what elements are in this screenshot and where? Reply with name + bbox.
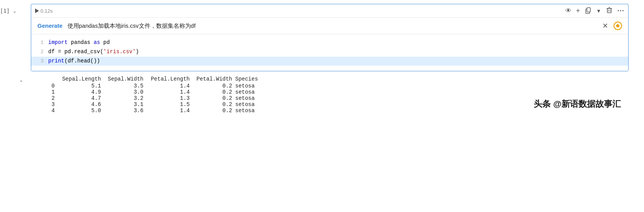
- line-num-1: 1: [37, 39, 48, 47]
- circle-inner: [616, 24, 619, 27]
- table-row: 0 5.1 3.5 1.4 0.2 setosa: [35, 83, 266, 89]
- cell-box: 0.12s 👁 + ▼: [31, 4, 629, 71]
- close-button[interactable]: ✕: [602, 22, 608, 30]
- output-area: ⌄ Sepal.Length Sepal.Width Petal.Length …: [0, 72, 644, 118]
- cell-idx: 0: [35, 83, 58, 89]
- token-paren-close: ): [136, 49, 139, 55]
- cell-toolbar: 0.12s 👁 + ▼: [31, 4, 628, 18]
- code-line-2: 2 df = pd.read_csv('iris.csv'): [37, 47, 622, 57]
- code-content-1: import pandas as pd: [48, 38, 622, 47]
- cell-pw: 0.2: [193, 89, 235, 95]
- status-circle-icon[interactable]: [614, 22, 622, 30]
- eye-icon[interactable]: 👁: [565, 7, 572, 14]
- cell-sw: 3.1: [104, 101, 147, 108]
- token-df-assign: df = pd.read_csv(: [48, 49, 103, 55]
- code-area[interactable]: 1 import pandas as pd 2 df = pd.read_csv…: [31, 34, 628, 71]
- cell-pw: 0.2: [193, 95, 235, 101]
- cell-sw: 3.6: [104, 108, 147, 114]
- cell-pw: 0.2: [193, 101, 235, 108]
- cell-gutter: [1] ⌄: [0, 4, 31, 14]
- col-header-sp: Species: [235, 76, 266, 82]
- svg-rect-1: [587, 8, 590, 12]
- token-string: 'iris.csv': [103, 49, 136, 55]
- cell-sl: 5.0: [58, 108, 104, 114]
- trash-icon[interactable]: [606, 7, 613, 15]
- generate-text: 使用pandas加载本地iris.csv文件，数据集名称为df: [67, 22, 196, 29]
- col-header-pw: Petal.Width: [193, 76, 235, 82]
- cell-sp: setosa: [235, 83, 266, 89]
- cell-collapse-icon[interactable]: ⌄: [13, 8, 17, 14]
- copy-icon[interactable]: [585, 7, 592, 15]
- cell-pl: 1.4: [147, 89, 193, 95]
- code-line-1: 1 import pandas as pd: [37, 38, 622, 47]
- generate-row: Generate 使用pandas加载本地iris.csv文件，数据集名称为df…: [31, 18, 628, 34]
- cell-idx: 4: [35, 108, 58, 114]
- play-icon: [35, 8, 39, 13]
- cell-sl: 5.1: [58, 83, 104, 89]
- cell-sl: 4.9: [58, 89, 104, 95]
- table-row: 3 4.6 3.1 1.5 0.2 setosa: [35, 101, 266, 108]
- cell-sw: 3.0: [104, 89, 147, 95]
- watermark: 头条 @新语数据故事汇: [534, 98, 621, 110]
- col-header-sl: Sepal.Length: [58, 76, 104, 82]
- output-collapse-icon[interactable]: ⌄: [19, 77, 23, 83]
- cell-pl: 1.5: [147, 101, 193, 108]
- cell-pl: 1.3: [147, 95, 193, 101]
- token-as: as: [94, 39, 100, 45]
- cell-sp: setosa: [235, 95, 266, 101]
- cell-toolbar-right: 👁 + ▼: [565, 7, 624, 15]
- output-table-header: Sepal.Length Sepal.Width Petal.Length Pe…: [35, 76, 266, 83]
- cell-row: [1] ⌄ 0.12s 👁 +: [0, 4, 644, 71]
- svg-rect-2: [607, 8, 611, 13]
- cell-idx: 2: [35, 95, 58, 101]
- output-gutter: ⌄: [0, 76, 31, 83]
- cell-sp: setosa: [235, 108, 266, 114]
- cell-sl: 4.7: [58, 95, 104, 101]
- generate-label: Generate: [37, 22, 62, 29]
- token-import: import: [48, 39, 67, 45]
- table-row: 2 4.7 3.2 1.3 0.2 setosa: [35, 95, 266, 101]
- cell-pl: 1.4: [147, 83, 193, 89]
- token-pd: pd: [100, 39, 110, 45]
- generate-prompt: Generate 使用pandas加载本地iris.csv文件，数据集名称为df: [37, 22, 196, 30]
- more-icon[interactable]: ···: [617, 7, 624, 15]
- token-pandas: pandas: [67, 39, 93, 45]
- token-print-args: (df.head()): [64, 58, 100, 64]
- run-indicator: 0.12s: [35, 8, 53, 14]
- col-header-sw: Sepal.Width: [104, 76, 147, 82]
- cell-pl: 1.4: [147, 108, 193, 114]
- cell-pw: 0.2: [193, 108, 235, 114]
- cell-idx: 3: [35, 101, 58, 108]
- run-time: 0.12s: [40, 8, 53, 14]
- generate-right: ✕: [602, 22, 622, 30]
- cell-sw: 3.2: [104, 95, 147, 101]
- code-content-3: print(df.head()): [48, 57, 622, 66]
- code-line-3: 3 print(df.head()): [31, 57, 628, 66]
- dropdown-icon[interactable]: ▼: [596, 8, 601, 14]
- cell-idx: 1: [35, 89, 58, 95]
- cell-sp: setosa: [235, 101, 266, 108]
- col-header-pl: Petal.Length: [147, 76, 193, 82]
- cell-number: [1]: [0, 8, 11, 14]
- table-row: 1 4.9 3.0 1.4 0.2 setosa: [35, 89, 266, 95]
- cell-sp: setosa: [235, 89, 266, 95]
- table-row: 4 5.0 3.6 1.4 0.2 setosa: [35, 108, 266, 114]
- cell-sw: 3.5: [104, 83, 147, 89]
- cell-pw: 0.2: [193, 83, 235, 89]
- code-content-2: df = pd.read_csv('iris.csv'): [48, 47, 622, 57]
- add-icon[interactable]: +: [576, 7, 580, 15]
- output-table: Sepal.Length Sepal.Width Petal.Length Pe…: [35, 76, 266, 114]
- line-num-3: 3: [37, 57, 48, 66]
- cell-toolbar-left: 0.12s: [35, 8, 53, 14]
- output-rows: 0 5.1 3.5 1.4 0.2 setosa 1 4.9 3.0 1.4 0…: [35, 83, 266, 114]
- col-header-idx: [35, 76, 58, 82]
- token-print: print: [48, 58, 64, 64]
- line-num-2: 2: [37, 48, 48, 56]
- cell-sl: 4.6: [58, 101, 104, 108]
